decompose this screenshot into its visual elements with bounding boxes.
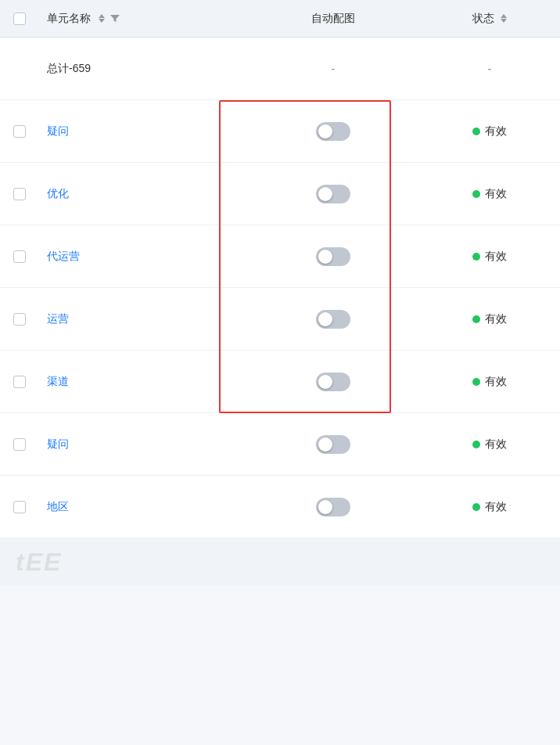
row-status-col: 有效 xyxy=(419,375,560,389)
status-label: 有效 xyxy=(485,500,507,514)
toggle-switch[interactable] xyxy=(316,310,350,329)
toggle-switch[interactable] xyxy=(316,372,350,391)
row-checkbox-col xyxy=(0,438,39,451)
bottom-watermark-area: tEE xyxy=(0,538,560,585)
row-auto-col xyxy=(247,435,419,454)
status-dot xyxy=(472,253,480,261)
row-auto-dash: - xyxy=(331,62,335,76)
toggle-track xyxy=(316,372,350,391)
table-row: 地区 有效 xyxy=(0,476,560,538)
row-checkbox-col xyxy=(0,376,39,388)
row-name-text: 代运营 xyxy=(47,250,80,262)
status-dot xyxy=(472,128,480,135)
row-name-text: 疑问 xyxy=(47,437,69,450)
row-name-text: 地区 xyxy=(47,500,69,513)
status-dot xyxy=(472,503,480,511)
row-status-dash: - xyxy=(487,62,491,76)
row-checkbox[interactable] xyxy=(13,313,26,326)
row-name[interactable]: 地区 xyxy=(39,500,247,514)
row-name[interactable]: 总计-659 xyxy=(39,62,247,76)
status-label: 有效 xyxy=(485,187,507,201)
header-status-label: 状态 xyxy=(472,12,494,26)
table-row: 代运营 有效 xyxy=(0,225,560,288)
header-auto-label: 自动配图 xyxy=(311,12,355,26)
toggle-track xyxy=(316,498,350,516)
row-checkbox-col xyxy=(0,313,39,326)
row-name-text: 渠道 xyxy=(47,375,69,387)
table-row: 优化 有效 xyxy=(0,163,560,225)
toggle-thumb xyxy=(318,124,332,139)
header-checkbox[interactable] xyxy=(13,13,26,25)
toggle-switch[interactable] xyxy=(316,498,350,516)
row-name-text: 总计-659 xyxy=(47,62,91,74)
row-status-col: 有效 xyxy=(419,250,560,264)
toggle-thumb xyxy=(318,375,332,389)
row-checkbox[interactable] xyxy=(13,501,26,513)
toggle-track xyxy=(316,310,350,329)
sort-up-icon xyxy=(99,14,105,18)
row-name-text: 优化 xyxy=(47,187,69,200)
status-label: 有效 xyxy=(485,437,507,452)
row-auto-col xyxy=(247,247,419,266)
sort-down-icon xyxy=(99,19,105,23)
row-status-col: - xyxy=(419,62,560,76)
row-checkbox-col xyxy=(0,125,39,138)
toggle-thumb xyxy=(318,437,332,452)
status-sort-down-icon xyxy=(501,19,507,23)
toggle-track xyxy=(316,185,350,203)
table-row: 总计-659 - - xyxy=(0,38,560,100)
toggle-track xyxy=(316,435,350,454)
table-header: 单元名称 自动配图 状态 xyxy=(0,0,560,38)
row-auto-col xyxy=(247,185,419,203)
status-sort-icons[interactable] xyxy=(501,14,507,23)
toggle-switch[interactable] xyxy=(316,435,350,454)
status-sort-up-icon xyxy=(501,14,507,18)
row-checkbox-col xyxy=(0,501,39,513)
row-name[interactable]: 优化 xyxy=(39,187,247,201)
header-auto-col: 自动配图 xyxy=(247,12,419,26)
toggle-switch[interactable] xyxy=(316,122,350,141)
row-status-col: 有效 xyxy=(419,437,560,452)
row-name[interactable]: 疑问 xyxy=(39,124,247,139)
table-row: 渠道 有效 xyxy=(0,351,560,413)
header-status-col: 状态 xyxy=(419,12,560,26)
table-row: 疑问 有效 xyxy=(0,413,560,476)
row-auto-col xyxy=(247,372,419,391)
status-dot xyxy=(472,315,480,323)
status-label: 有效 xyxy=(485,124,507,139)
table-row: 疑问 有效 xyxy=(0,100,560,163)
status-label: 有效 xyxy=(485,250,507,264)
row-name[interactable]: 渠道 xyxy=(39,375,247,389)
rows-container: 总计-659 - - 疑问 xyxy=(0,38,560,538)
row-checkbox[interactable] xyxy=(13,438,26,451)
row-name[interactable]: 运营 xyxy=(39,312,247,326)
row-checkbox-col xyxy=(0,188,39,200)
row-auto-col xyxy=(247,310,419,329)
row-checkbox[interactable] xyxy=(13,188,26,200)
row-name[interactable]: 代运营 xyxy=(39,250,247,264)
row-auto-col xyxy=(247,498,419,516)
status-dot xyxy=(472,190,480,198)
header-name-col: 单元名称 xyxy=(39,12,247,26)
status-dot xyxy=(472,441,480,448)
row-status-col: 有效 xyxy=(419,500,560,514)
row-name-text: 运营 xyxy=(47,312,69,325)
toggle-track xyxy=(316,247,350,266)
toggle-thumb xyxy=(318,500,332,514)
main-table: 单元名称 自动配图 状态 xyxy=(0,0,560,585)
name-sort-icons[interactable] xyxy=(99,14,105,23)
status-label: 有效 xyxy=(485,375,507,389)
row-checkbox-col xyxy=(0,250,39,263)
filter-icon[interactable] xyxy=(109,13,120,24)
row-name[interactable]: 疑问 xyxy=(39,437,247,452)
header-name-label: 单元名称 xyxy=(47,12,91,26)
toggle-switch[interactable] xyxy=(316,185,350,203)
row-checkbox[interactable] xyxy=(13,376,26,388)
table-row: 运营 有效 xyxy=(0,288,560,351)
row-checkbox[interactable] xyxy=(13,125,26,138)
row-checkbox[interactable] xyxy=(13,250,26,263)
toggle-switch[interactable] xyxy=(316,247,350,266)
row-status-col: 有效 xyxy=(419,312,560,326)
row-auto-col xyxy=(247,122,419,141)
header-checkbox-col xyxy=(0,13,39,25)
